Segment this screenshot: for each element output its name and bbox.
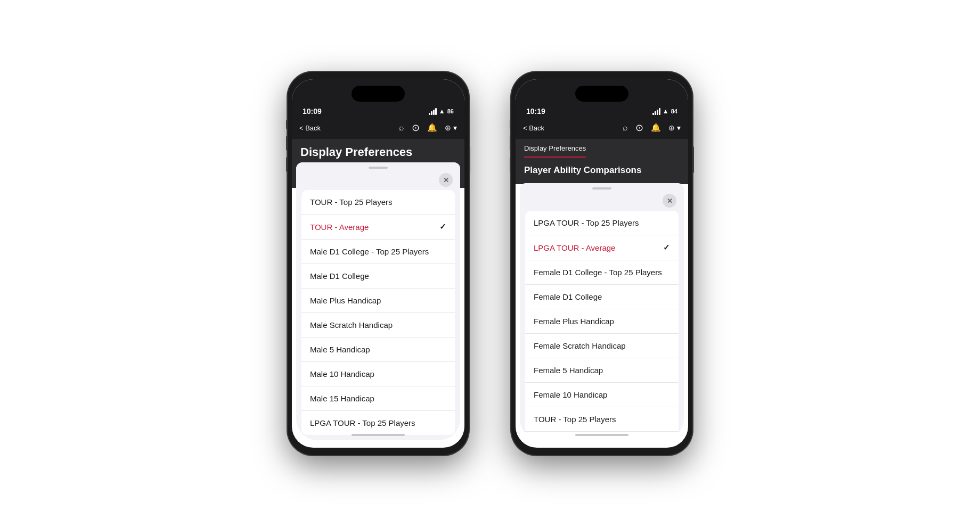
- bell-icon-1[interactable]: 🔔: [427, 123, 437, 133]
- sheet-handle-area-1: [296, 162, 460, 172]
- sheet-item-1-1[interactable]: TOUR - Average✓: [301, 215, 455, 240]
- nav-icons-1: ⌕ ⊙ 🔔 ⊕ ▾: [399, 122, 457, 134]
- add-icon-1[interactable]: ⊕ ▾: [445, 123, 457, 132]
- check-mark-1-1: ✓: [439, 222, 446, 232]
- wifi-icon-1: ▲: [439, 108, 445, 115]
- sheet-item-label-2-8: TOUR - Top 25 Players: [534, 415, 616, 424]
- home-bar-1: [352, 434, 405, 436]
- sheet-item-2-2[interactable]: Female D1 College - Top 25 Players: [525, 260, 679, 285]
- sheet-item-1-6[interactable]: Male 5 Handicap: [301, 337, 455, 362]
- phone-1: 10:09 ▲ 86 < Back: [288, 72, 469, 455]
- sheet-item-label-2-4: Female Plus Handicap: [534, 317, 614, 326]
- sheet-item-label-1-7: Male 10 Handicap: [310, 369, 374, 378]
- add-icon-2[interactable]: ⊕ ▾: [668, 123, 681, 132]
- close-button-2[interactable]: ✕: [663, 194, 676, 208]
- phone-2: 10:19 ▲ 84 < Back: [511, 72, 692, 455]
- status-icons-1: ▲ 86: [429, 108, 454, 115]
- sheet-item-label-1-6: Male 5 Handicap: [310, 345, 370, 354]
- sheet-item-2-3[interactable]: Female D1 College: [525, 285, 679, 309]
- sheet-item-label-2-6: Female 5 Handicap: [534, 366, 603, 375]
- display-prefs-title-1: Display Preferences: [300, 145, 412, 159]
- sheet-item-1-5[interactable]: Male Scratch Handicap: [301, 313, 455, 337]
- sheet-item-2-6[interactable]: Female 5 Handicap: [525, 358, 679, 383]
- sheet-item-2-4[interactable]: Female Plus Handicap: [525, 309, 679, 334]
- volume-up-button-2[interactable]: [510, 136, 511, 151]
- sheet-item-1-4[interactable]: Male Plus Handicap: [301, 289, 455, 313]
- dynamic-island-2: [575, 86, 628, 102]
- sheet-item-label-1-0: TOUR - Top 25 Players: [310, 197, 393, 207]
- home-bar-2: [575, 434, 628, 436]
- volume-down-button-1[interactable]: [286, 157, 288, 172]
- bell-icon-2[interactable]: 🔔: [651, 123, 661, 133]
- person-icon-2[interactable]: ⊙: [635, 122, 643, 134]
- sheet-item-1-0[interactable]: TOUR - Top 25 Players: [301, 190, 455, 215]
- search-icon-2[interactable]: ⌕: [623, 123, 628, 133]
- screen-content-2: 10:19 ▲ 84 < Back: [516, 79, 688, 448]
- dynamic-island-1: [352, 86, 405, 102]
- search-icon-1[interactable]: ⌕: [399, 123, 404, 133]
- player-ability-section-2: Player Ability Comparisons: [516, 158, 688, 184]
- phone-screen-2: 10:19 ▲ 84 < Back: [516, 79, 688, 448]
- sheet-handle-2: [592, 187, 611, 190]
- check-mark-2-1: ✓: [663, 243, 670, 252]
- bottom-sheet-2: ✕ LPGA TOUR - Top 25 PlayersLPGA TOUR - …: [520, 183, 684, 440]
- sheet-item-label-2-3: Female D1 College: [534, 292, 602, 301]
- sheet-item-label-1-3: Male D1 College: [310, 271, 369, 281]
- close-button-1[interactable]: ✕: [439, 173, 453, 187]
- volume-up-button-1[interactable]: [286, 136, 288, 151]
- sheet-item-label-1-4: Male Plus Handicap: [310, 296, 381, 305]
- sheet-item-label-1-5: Male Scratch Handicap: [310, 320, 393, 330]
- signal-icon-1: [429, 108, 437, 115]
- power-button-2[interactable]: [692, 146, 694, 173]
- nav-bar-1: < Back ⌕ ⊙ 🔔 ⊕ ▾: [292, 119, 464, 139]
- status-icons-2: ▲ 84: [652, 108, 677, 115]
- status-time-1: 10:09: [303, 107, 322, 116]
- sheet-item-label-2-5: Female Scratch Handicap: [534, 341, 626, 350]
- display-prefs-header-1: Display Preferences: [292, 139, 464, 164]
- display-prefs-tab-2: Display Preferences: [516, 139, 688, 158]
- display-prefs-tab-item-2[interactable]: Display Preferences: [524, 144, 586, 158]
- sheet-list-2: LPGA TOUR - Top 25 PlayersLPGA TOUR - Av…: [525, 211, 679, 440]
- sheet-item-2-8[interactable]: TOUR - Top 25 Players: [525, 407, 679, 432]
- back-button-1[interactable]: < Back: [299, 124, 321, 132]
- sheet-item-label-1-8: Male 15 Handicap: [310, 394, 374, 403]
- sheet-item-label-2-0: LPGA TOUR - Top 25 Players: [534, 218, 639, 227]
- sheet-handle-area-2: [520, 183, 684, 193]
- bottom-sheet-1: ✕ TOUR - Top 25 PlayersTOUR - Average✓Ma…: [296, 162, 460, 440]
- phone-screen-1: 10:09 ▲ 86 < Back: [292, 79, 464, 448]
- sheet-item-label-2-7: Female 10 Handicap: [534, 390, 607, 399]
- nav-icons-2: ⌕ ⊙ 🔔 ⊕ ▾: [623, 122, 681, 134]
- sheet-item-2-7[interactable]: Female 10 Handicap: [525, 383, 679, 407]
- sheet-item-1-2[interactable]: Male D1 College - Top 25 Players: [301, 240, 455, 264]
- sheet-item-1-8[interactable]: Male 15 Handicap: [301, 386, 455, 411]
- nav-bar-2: < Back ⌕ ⊙ 🔔 ⊕ ▾: [516, 119, 688, 139]
- sheet-item-label-2-2: Female D1 College - Top 25 Players: [534, 268, 662, 277]
- sheet-close-row-2: ✕: [520, 193, 684, 211]
- sheet-list-1: TOUR - Top 25 PlayersTOUR - Average✓Male…: [301, 190, 455, 435]
- sheet-item-2-9[interactable]: TOUR - Average: [525, 432, 679, 440]
- sheet-close-row-1: ✕: [296, 172, 460, 190]
- sheet-item-1-7[interactable]: Male 10 Handicap: [301, 362, 455, 386]
- sheet-item-label-2-1: LPGA TOUR - Average: [534, 243, 615, 252]
- player-ability-title-2: Player Ability Comparisons: [524, 165, 680, 176]
- sheet-item-label-1-9: LPGA TOUR - Top 25 Players: [310, 418, 415, 427]
- status-time-2: 10:19: [526, 107, 545, 116]
- sheet-item-2-5[interactable]: Female Scratch Handicap: [525, 334, 679, 358]
- power-button-1[interactable]: [469, 146, 470, 173]
- volume-down-button-2[interactable]: [510, 157, 511, 172]
- back-button-2[interactable]: < Back: [523, 124, 544, 132]
- sheet-item-1-9[interactable]: LPGA TOUR - Top 25 Players: [301, 411, 455, 435]
- sheet-item-1-3[interactable]: Male D1 College: [301, 264, 455, 289]
- sheet-handle-1: [369, 167, 388, 169]
- battery-icon-1: 86: [447, 108, 454, 114]
- silent-button-2[interactable]: [510, 120, 511, 129]
- signal-icon-2: [652, 108, 660, 115]
- sheet-item-label-1-1: TOUR - Average: [310, 223, 369, 232]
- silent-button-1[interactable]: [286, 120, 288, 129]
- sheet-item-2-1[interactable]: LPGA TOUR - Average✓: [525, 235, 679, 260]
- sheet-item-label-1-2: Male D1 College - Top 25 Players: [310, 247, 429, 256]
- sheet-item-2-0[interactable]: LPGA TOUR - Top 25 Players: [525, 211, 679, 235]
- battery-icon-2: 84: [671, 108, 677, 114]
- person-icon-1[interactable]: ⊙: [412, 122, 420, 134]
- screen-content-1: 10:09 ▲ 86 < Back: [292, 79, 464, 448]
